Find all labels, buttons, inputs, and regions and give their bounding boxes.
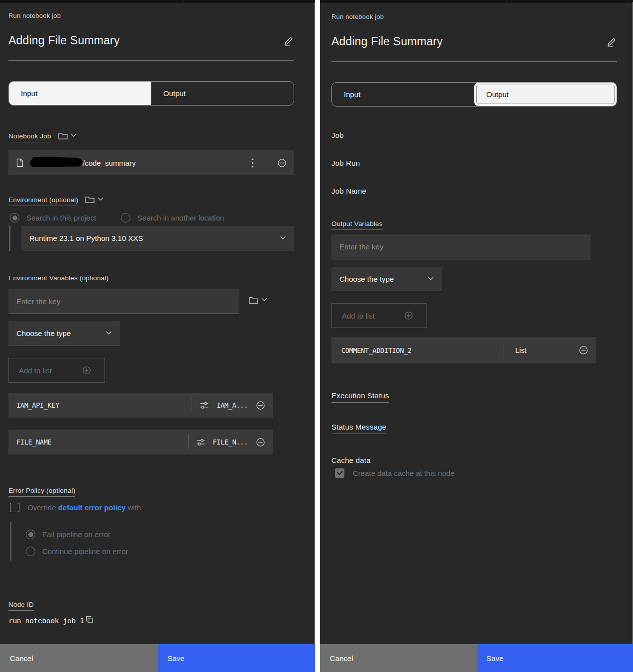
env-var-key: FILE_NAME bbox=[16, 438, 51, 446]
folder-icon bbox=[249, 297, 258, 304]
default-error-policy-link[interactable]: default error policy bbox=[58, 503, 126, 512]
panel-footer: Cancel Save bbox=[320, 644, 633, 672]
panel-scroll-edge[interactable] bbox=[314, 2, 315, 644]
settings-adjust-icon[interactable] bbox=[196, 438, 206, 447]
add-to-list-button[interactable]: Add to list bbox=[8, 358, 105, 383]
radio-search-this-project-label: Search in this project bbox=[26, 214, 96, 222]
folder-icon bbox=[85, 196, 95, 204]
save-button[interactable]: Save bbox=[158, 644, 316, 672]
panel-context-label: Run notebook job bbox=[331, 13, 384, 20]
job-field-label: Job bbox=[331, 131, 344, 139]
panel-context-label: Run notebook job bbox=[8, 12, 61, 19]
top-strip bbox=[320, 0, 633, 3]
tab-output[interactable]: Output bbox=[474, 83, 617, 106]
env-var-value: FILE_N... bbox=[213, 438, 248, 446]
env-var-type-dropdown[interactable]: Choose the type bbox=[8, 321, 120, 345]
override-text-suffix: with: bbox=[126, 503, 143, 512]
chevron-down-icon bbox=[98, 197, 104, 201]
notebook-job-label: Notebook Job bbox=[8, 132, 51, 142]
environment-browse[interactable] bbox=[85, 196, 104, 204]
tab-input[interactable]: Input bbox=[332, 83, 474, 106]
chevron-down-icon bbox=[280, 236, 286, 240]
add-to-list-label: Add to list bbox=[342, 312, 375, 320]
output-variables-label: Output Variables bbox=[331, 220, 383, 230]
chevron-down-icon bbox=[71, 133, 77, 137]
tab-output[interactable]: Output bbox=[151, 82, 294, 105]
indent-line bbox=[9, 225, 10, 251]
add-circle-icon bbox=[404, 311, 414, 321]
remove-row-icon[interactable] bbox=[255, 400, 266, 411]
radio-continue-pipeline-label: Continue pipeline on error bbox=[42, 547, 128, 556]
remove-notebook-icon[interactable] bbox=[277, 158, 287, 168]
output-var-type-value: Choose the type bbox=[339, 275, 394, 283]
tab-input[interactable]: Input bbox=[9, 82, 151, 105]
row-divider bbox=[192, 398, 192, 413]
input-output-tabs: Input Output bbox=[331, 82, 617, 107]
settings-adjust-icon[interactable] bbox=[200, 401, 209, 410]
cache-checkbox-label: Create data cache at this node bbox=[353, 469, 454, 477]
radio-fail-pipeline-label: Fail pipeline on error bbox=[42, 530, 110, 539]
job-name-field-label: Job Name bbox=[331, 187, 366, 195]
cache-data-label: Cache data bbox=[331, 456, 371, 464]
edit-pencil-icon bbox=[606, 36, 617, 47]
radio-search-this-project[interactable] bbox=[10, 213, 19, 223]
output-var-value: List bbox=[515, 346, 527, 354]
panel-footer: Cancel Save bbox=[0, 644, 315, 672]
output-var-row: COMMENT_ADDITION_2 List bbox=[331, 337, 596, 363]
add-to-list-button[interactable]: Add to list bbox=[331, 303, 427, 328]
radio-search-another-location-label: Search in another location bbox=[137, 214, 224, 222]
edit-pencil-icon bbox=[283, 35, 294, 46]
copy-icon[interactable] bbox=[85, 615, 94, 624]
error-policy-label: Error Policy (optional) bbox=[8, 487, 75, 497]
edit-title-button[interactable] bbox=[606, 36, 617, 47]
save-button[interactable]: Save bbox=[477, 644, 633, 672]
environment-label: Environment (optional) bbox=[8, 196, 78, 206]
env-var-row: IAM_API_KEY IAM_A... bbox=[8, 393, 273, 418]
runtime-dropdown-value: Runtime 23.1 on Python 3.10 XXS bbox=[29, 234, 143, 242]
overflow-menu-icon[interactable] bbox=[251, 158, 254, 168]
output-var-type-dropdown[interactable]: Choose the type bbox=[331, 267, 442, 291]
output-var-key: COMMENT_ADDITION_2 bbox=[339, 346, 412, 354]
status-message-label: Status Message bbox=[331, 423, 386, 434]
remove-row-icon[interactable] bbox=[578, 345, 589, 355]
cancel-button[interactable]: Cancel bbox=[0, 644, 158, 672]
node-id-value: run_notebook_job_1 bbox=[8, 617, 84, 625]
notebook-file-name: /code_summary bbox=[83, 159, 136, 167]
run-notebook-job-panel-output: Run notebook job Adding File Summary Inp… bbox=[320, 0, 633, 672]
remove-row-icon[interactable] bbox=[255, 437, 266, 448]
env-var-type-value: Choose the type bbox=[16, 329, 71, 337]
edit-title-button[interactable] bbox=[283, 35, 294, 46]
runtime-dropdown[interactable]: Runtime 23.1 on Python 3.10 XXS bbox=[21, 226, 294, 250]
env-var-key-input[interactable] bbox=[8, 289, 239, 314]
execution-status-label: Execution Status bbox=[331, 391, 389, 403]
indent-line bbox=[10, 522, 11, 560]
node-title: Adding File Summary bbox=[331, 35, 443, 48]
env-var-value: IAM_A... bbox=[216, 401, 248, 409]
env-var-key: IAM_API_KEY bbox=[16, 401, 59, 409]
title-divider bbox=[331, 61, 617, 62]
notebook-job-browse[interactable] bbox=[58, 132, 77, 140]
radio-continue-pipeline[interactable] bbox=[26, 547, 35, 556]
env-var-row: FILE_NAME FILE_N... bbox=[8, 430, 273, 454]
add-circle-icon bbox=[82, 365, 92, 375]
radio-fail-pipeline[interactable] bbox=[26, 530, 35, 539]
add-to-list-label: Add to list bbox=[19, 366, 52, 375]
override-checkbox[interactable] bbox=[10, 503, 19, 512]
node-id-label: Node ID bbox=[8, 601, 34, 611]
node-title: Adding File Summary bbox=[8, 34, 120, 47]
output-var-key-input[interactable] bbox=[331, 234, 591, 259]
redacted-path-text bbox=[30, 158, 83, 167]
row-divider bbox=[188, 435, 189, 449]
top-strip bbox=[0, 0, 315, 3]
env-var-key-browse[interactable] bbox=[249, 297, 267, 304]
row-divider bbox=[504, 343, 504, 358]
cache-checkbox[interactable] bbox=[335, 468, 344, 478]
chevron-down-icon bbox=[427, 277, 434, 281]
title-divider bbox=[8, 60, 294, 61]
chevron-down-icon bbox=[261, 298, 267, 302]
job-run-field-label: Job Run bbox=[331, 159, 360, 167]
radio-search-another-location[interactable] bbox=[121, 213, 130, 223]
cancel-button[interactable]: Cancel bbox=[320, 644, 477, 672]
chevron-down-icon bbox=[106, 331, 112, 335]
environment-variables-label: Environment Variables (optional) bbox=[8, 274, 108, 284]
